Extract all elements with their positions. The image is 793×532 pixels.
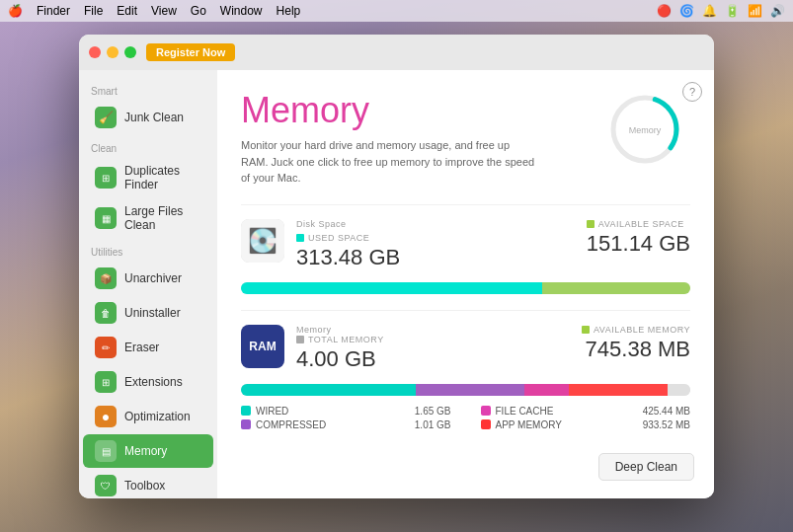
file-cache-bar [524, 384, 570, 396]
optimization-icon: ● [95, 406, 117, 427]
sidebar-label-extensions: Extensions [124, 375, 183, 389]
disk-section-label: Disk Space [296, 219, 400, 229]
wired-label-text: WIRED [256, 406, 288, 417]
menu-window[interactable]: Window [220, 4, 263, 18]
titlebar: Register Now [79, 35, 714, 70]
wired-dot [241, 406, 251, 416]
sidebar-section-smart: Smart [79, 78, 217, 100]
menu-edit[interactable]: Edit [117, 4, 137, 18]
help-button[interactable]: ? [682, 82, 702, 102]
memory-bar [241, 384, 690, 396]
file-cache-label-text: FILE CACHE [496, 406, 554, 417]
compressed-label: COMPRESSED [241, 419, 326, 430]
available-space-value: 151.14 GB [587, 231, 690, 257]
ram-icon-label: RAM [241, 325, 284, 368]
extensions-icon: ⊞ [95, 371, 117, 393]
sidebar-item-optimization[interactable]: ● Optimization [83, 400, 213, 433]
menubar-right: 🔴🌀🔔🔋📶🔊 [657, 4, 785, 18]
compressed-bar [416, 384, 523, 396]
used-dot [296, 234, 304, 242]
app-window: Register Now Smart 🧹 Junk Clean Clean ⊞ … [79, 35, 714, 498]
sidebar-label-uninstaller: Uninstaller [124, 306, 181, 320]
menu-go[interactable]: Go [191, 4, 206, 18]
register-button[interactable]: Register Now [146, 43, 235, 61]
wired-value: 1.65 GB [415, 406, 451, 417]
used-space-label: USED SPACE [296, 233, 400, 243]
sidebar-label-eraser: Eraser [124, 341, 159, 354]
sidebar-item-unarchiver[interactable]: 📦 Unarchiver [83, 262, 213, 295]
sidebar-item-eraser[interactable]: ✏ Eraser [83, 331, 213, 364]
sidebar-item-large-files[interactable]: ▦ Large Files Clean [83, 198, 213, 238]
wired-label: WIRED [241, 406, 288, 417]
memory-gauge: Memory [605, 90, 684, 169]
window-controls [89, 46, 136, 58]
sidebar-item-junk-clean[interactable]: 🧹 Junk Clean [83, 101, 213, 134]
menu-view[interactable]: View [151, 4, 177, 18]
disk-available-bar [542, 282, 690, 294]
available-dot [587, 220, 595, 228]
memory-right: AVAILABLE MEMORY 745.38 MB [582, 325, 690, 364]
total-dot [296, 336, 304, 343]
compressed-dot [241, 419, 251, 429]
duplicates-icon: ⊞ [95, 167, 117, 189]
close-button[interactable] [89, 46, 101, 58]
app-memory-dot [481, 419, 491, 429]
file-cache-label: FILE CACHE [481, 406, 554, 417]
sidebar-item-toolbox[interactable]: 🛡 Toolbox [83, 469, 213, 498]
wired-bar [241, 384, 416, 396]
memory-section-label: Memory [296, 325, 384, 335]
disk-section: 💽 Disk Space USED SP [241, 204, 690, 294]
app-memory-value: 933.52 MB [643, 419, 690, 430]
sidebar-section-clean: Clean [79, 135, 217, 157]
available-memory-label: AVAILABLE MEMORY [582, 325, 690, 335]
total-memory-label: TOTAL MEMORY [296, 335, 384, 344]
file-cache-legend: FILE CACHE 425.44 MB [481, 406, 691, 417]
sidebar-label-junk-clean: Junk Clean [124, 111, 184, 124]
memory-icon: ▤ [95, 440, 117, 462]
svg-text:Memory: Memory [629, 125, 662, 135]
compressed-label-text: COMPRESSED [256, 419, 326, 430]
sidebar-label-optimization: Optimization [124, 410, 191, 423]
sidebar-label-duplicates: Duplicates Finder [124, 164, 201, 191]
sidebar-item-uninstaller[interactable]: 🗑 Uninstaller [83, 296, 213, 330]
app-memory-bar [569, 384, 668, 396]
menu-help[interactable]: Help [277, 4, 301, 18]
app-memory-legend: APP MEMORY 933.52 MB [481, 419, 691, 430]
disk-right: AVAILABLE SPACE 151.14 GB [587, 219, 690, 259]
app-memory-label: APP MEMORY [481, 419, 562, 430]
ram-icon: RAM [241, 325, 284, 368]
memory-legend: WIRED 1.65 GB FILE CACHE 425.44 MB [241, 406, 690, 430]
sidebar-label-toolbox: Toolbox [124, 479, 165, 493]
sidebar-item-duplicates-finder[interactable]: ⊞ Duplicates Finder [83, 158, 213, 197]
memory-left: RAM Memory TOTAL MEMORY 4. [241, 325, 384, 374]
available-space-label: AVAILABLE SPACE [587, 219, 690, 229]
sidebar-section-utilities: Utilities [79, 239, 217, 261]
disk-label-text: Disk Space [296, 219, 347, 229]
app-memory-label-text: APP MEMORY [496, 419, 562, 430]
deep-clean-button[interactable]: Deep Clean [598, 453, 694, 481]
sidebar-label-unarchiver: Unarchiver [124, 271, 182, 285]
sidebar-item-memory[interactable]: ▤ Memory [83, 434, 213, 468]
disk-icon: 💽 [241, 219, 284, 263]
content-area: ? Memory Memory Monitor your hard drive … [217, 70, 714, 498]
free-bar [668, 384, 690, 396]
wired-legend: WIRED 1.65 GB [241, 406, 451, 417]
sidebar-label-large-files: Large Files Clean [124, 204, 201, 232]
memory-description: Monitor your hard drive and memory usage… [241, 137, 537, 187]
total-memory-value: 4.00 GB [296, 346, 384, 372]
maximize-button[interactable] [124, 46, 136, 58]
minimize-button[interactable] [107, 46, 119, 58]
used-space-value: 313.48 GB [296, 245, 400, 270]
sidebar-item-extensions[interactable]: ⊞ Extensions [83, 365, 213, 399]
apple-menu[interactable]: 🍎 [8, 4, 23, 18]
avail-mem-dot [582, 326, 590, 334]
disk-left: 💽 Disk Space USED SP [241, 219, 400, 272]
memory-progress-bar [241, 384, 690, 396]
menu-file[interactable]: File [84, 4, 103, 18]
memory-label-text: Memory [296, 325, 332, 335]
available-memory-value: 745.38 MB [582, 337, 690, 362]
eraser-icon: ✏ [95, 337, 117, 358]
menu-finder[interactable]: Finder [37, 4, 70, 18]
memory-section-header: RAM Memory TOTAL MEMORY 4. [241, 325, 690, 374]
file-cache-dot [481, 406, 491, 416]
